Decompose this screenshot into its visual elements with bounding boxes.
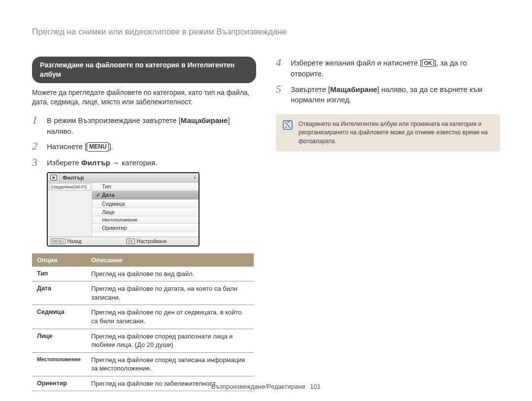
opt-name: Дата	[32, 281, 86, 305]
footer-set: OK Настройване	[123, 237, 199, 246]
table-row: СедмицаПреглед на файлове по ден от седм…	[32, 305, 254, 329]
list-item-selected: ✓Дата	[92, 191, 199, 200]
opt-desc: Преглед на файлове по датата, на която с…	[86, 281, 254, 305]
opt-desc: Преглед на файлове по вид файл.	[86, 267, 254, 281]
filter-label: Филтър	[81, 158, 110, 167]
note-box: Отварянето на Интелигентен албум или про…	[276, 114, 500, 152]
step-number: 2	[32, 140, 41, 152]
text: Натиснете [	[47, 142, 87, 151]
text: ].	[109, 142, 113, 151]
opt-name: Тип	[32, 267, 86, 281]
opt-desc: Преглед на файлове според разпознати лиц…	[86, 329, 254, 352]
step-5: 5 Завъртете [Мащабиране] наляво, за да с…	[276, 83, 500, 106]
list-item-label: Дата	[102, 192, 114, 198]
opt-name: Лице	[32, 329, 86, 352]
table-row: ЛицеПреглед на файлове според разпознати…	[32, 329, 254, 352]
left-column: Разглеждане на файловете по категория в …	[32, 57, 256, 391]
th-description: Описание	[86, 253, 254, 267]
svg-marker-1	[53, 176, 55, 179]
list-item: Лице	[92, 208, 199, 216]
ok-key-icon: OK	[422, 59, 434, 67]
table-row: МестоположениеПреглед на файлове според …	[32, 352, 254, 376]
share-wifi-item: Споделяне(Wi-Fi)	[49, 184, 91, 190]
check-icon: ✓	[96, 192, 102, 198]
table-row: ТипПреглед на файлове по вид файл.	[32, 267, 254, 281]
right-column: 4 Изберете желания файл и натиснете [OK]…	[276, 57, 500, 391]
options-table: Опция Описание ТипПреглед на файлове по …	[32, 253, 254, 391]
list-item: Местоположение	[92, 216, 199, 224]
step-text: Натиснете [MENU].	[47, 140, 113, 152]
zoom-label: Мащабиране	[330, 85, 377, 93]
step-number: 5	[276, 83, 285, 106]
footer-section: Възпроизвеждане/Редактиране	[211, 383, 305, 390]
filter-tab: Филтър ›	[60, 173, 199, 182]
section-heading-pill: Разглеждане на файловете по категория в …	[32, 57, 256, 83]
step-2: 2 Натиснете [MENU].	[32, 140, 256, 152]
step-3: 3 Изберете Филтър → категория.	[32, 156, 256, 168]
camera-screen-mock: Филтър › Споделяне(Wi-Fi) Тип ✓Дата Седм…	[47, 172, 200, 247]
filter-list: Тип ✓Дата Седмица Лице Местоположение Ор…	[92, 183, 199, 237]
step-text: В режим Възпроизвеждане завъртете [Мащаб…	[47, 114, 256, 137]
play-icon	[48, 173, 60, 182]
page-footer: Възпроизвеждане/Редактиране 101	[0, 383, 532, 390]
list-item-label: Ориентир	[102, 225, 127, 231]
opt-name: Седмица	[32, 305, 86, 329]
list-item-label: Местоположение	[102, 217, 137, 222]
list-item: Ориентир	[92, 224, 199, 232]
list-item: Тип	[92, 183, 199, 191]
note-icon	[283, 120, 293, 130]
step-number: 4	[276, 57, 285, 79]
menu-key-icon: MENU	[87, 142, 109, 152]
opt-name: Местоположение	[32, 352, 86, 376]
ok-key-icon: OK	[126, 239, 135, 244]
footer-back: MENU Назад	[48, 237, 123, 246]
list-item-label: Лице	[102, 209, 115, 215]
set-label: Настройване	[137, 239, 167, 244]
intro-text: Можете да прегледате файловете по катего…	[32, 88, 256, 107]
text: → категория.	[110, 158, 158, 167]
note-text: Отварянето на Интелигентен албум или про…	[299, 120, 493, 146]
step-1: 1 В режим Възпроизвеждане завъртете [Мащ…	[32, 114, 256, 137]
step-4: 4 Изберете желания файл и натиснете [OK]…	[276, 57, 500, 79]
menu-key-icon: MENU	[51, 239, 66, 244]
page-title: Преглед на снимки или видеоклипове в реж…	[32, 27, 500, 37]
text: Изберете желания файл и натиснете [	[291, 59, 422, 67]
step-number: 3	[32, 156, 41, 168]
step-text: Изберете Филтър → категория.	[47, 156, 157, 168]
opt-desc: Преглед на файлове по ден от седмицата, …	[86, 305, 254, 329]
step-text: Изберете желания файл и натиснете [OK], …	[291, 57, 500, 79]
list-item-label: Седмица	[102, 201, 125, 207]
zoom-label: Мащабиране	[181, 116, 228, 124]
th-option: Опция	[32, 253, 86, 267]
list-item: Седмица	[92, 200, 199, 208]
text: Завъртете [	[291, 85, 330, 93]
page-number: 101	[310, 383, 321, 390]
table-row: ДатаПреглед на файлове по датата, на коя…	[32, 281, 254, 305]
chevron-right-icon: ›	[194, 175, 196, 180]
text: Изберете	[47, 158, 81, 167]
filter-tab-label: Филтър	[63, 175, 84, 181]
step-number: 1	[32, 114, 41, 137]
list-item-label: Тип	[102, 184, 111, 189]
text: В режим Възпроизвеждане завъртете [	[47, 116, 181, 124]
opt-desc: Преглед на файлове според записана инфор…	[86, 352, 254, 376]
step-text: Завъртете [Мащабиране] наляво, за да се …	[291, 83, 500, 106]
back-label: Назад	[67, 239, 82, 244]
